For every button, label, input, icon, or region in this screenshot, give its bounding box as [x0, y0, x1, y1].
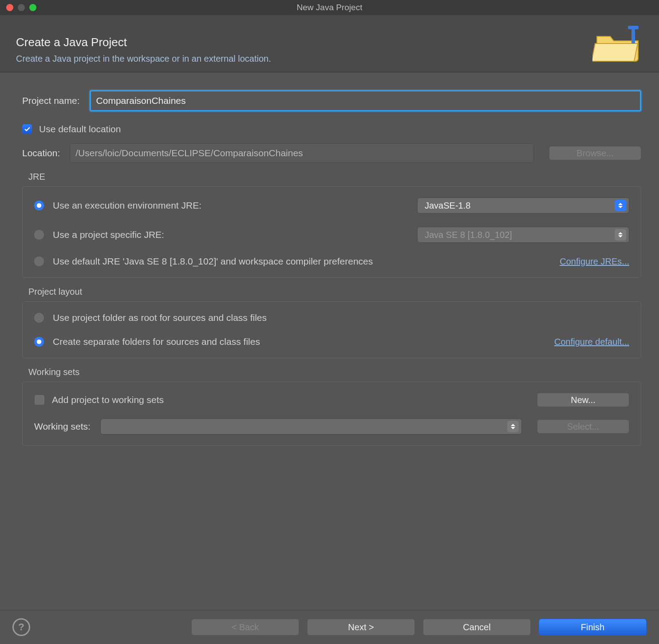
- exec-env-radio[interactable]: [34, 201, 44, 210]
- default-location-checkbox[interactable]: [22, 124, 32, 134]
- add-workingset-label: Add project to working sets: [52, 395, 164, 405]
- layout-separate-radio[interactable]: [34, 337, 44, 347]
- default-location-label: Use default location: [39, 124, 121, 134]
- location-input: [70, 143, 534, 163]
- page-subtitle: Create a Java project in the workspace o…: [16, 54, 271, 64]
- workingsets-group: Add project to working sets New... Worki…: [22, 382, 641, 446]
- svg-rect-0: [631, 28, 635, 43]
- project-jre-radio[interactable]: [34, 230, 44, 240]
- updown-icon: [615, 229, 626, 241]
- exec-env-select-value: JavaSE-1.8: [425, 201, 470, 211]
- titlebar: New Java Project: [0, 0, 659, 15]
- wizard-content: Project name: Use default location Locat…: [0, 72, 659, 610]
- project-folder-icon: [592, 24, 646, 64]
- exec-env-label: Use an execution environment JRE:: [53, 200, 201, 211]
- dialog-window: New Java Project Create a Java Project C…: [0, 0, 659, 644]
- select-workingset-button: Select...: [537, 419, 629, 434]
- back-button: < Back: [191, 619, 299, 636]
- project-name-input[interactable]: [90, 90, 641, 111]
- page-title: Create a Java Project: [16, 36, 271, 49]
- close-window-button[interactable]: [6, 4, 13, 11]
- wizard-footer: ? < Back Next > Cancel Finish: [0, 610, 659, 644]
- updown-icon: [507, 421, 519, 432]
- project-name-label: Project name:: [22, 95, 80, 106]
- zoom-window-button[interactable]: [29, 4, 36, 11]
- layout-root-radio[interactable]: [34, 313, 44, 323]
- next-button[interactable]: Next >: [307, 619, 415, 636]
- svg-rect-1: [628, 26, 639, 29]
- layout-separate-label: Create separate folders for sources and …: [53, 336, 260, 347]
- minimize-window-button[interactable]: [18, 4, 25, 11]
- layout-group: Use project folder as root for sources a…: [22, 301, 641, 358]
- updown-icon: [615, 200, 626, 211]
- workingsets-group-label: Working sets: [28, 367, 641, 377]
- project-jre-select-value: Java SE 8 [1.8.0_102]: [425, 230, 512, 240]
- workingsets-select: [100, 419, 522, 435]
- wizard-header: Create a Java Project Create a Java proj…: [0, 15, 659, 72]
- configure-default-link[interactable]: Configure default...: [554, 337, 629, 347]
- help-icon[interactable]: ?: [12, 618, 30, 636]
- layout-root-label: Use project folder as root for sources a…: [53, 312, 267, 323]
- layout-group-label: Project layout: [28, 287, 641, 297]
- traffic-lights: [6, 4, 36, 11]
- finish-button[interactable]: Finish: [539, 619, 647, 636]
- window-title: New Java Project: [0, 3, 659, 12]
- location-label: Location:: [22, 148, 60, 158]
- jre-group-label: JRE: [28, 172, 641, 182]
- default-jre-radio[interactable]: [34, 257, 44, 266]
- new-workingset-button[interactable]: New...: [537, 393, 629, 407]
- exec-env-select[interactable]: JavaSE-1.8: [417, 198, 629, 213]
- configure-jres-link[interactable]: Configure JREs...: [560, 257, 629, 267]
- project-jre-label: Use a project specific JRE:: [53, 229, 164, 240]
- add-workingset-checkbox[interactable]: [34, 395, 45, 405]
- cancel-button[interactable]: Cancel: [423, 619, 531, 636]
- jre-group: Use an execution environment JRE: JavaSE…: [22, 186, 641, 278]
- project-jre-select: Java SE 8 [1.8.0_102]: [417, 227, 629, 243]
- workingsets-label: Working sets:: [34, 421, 91, 432]
- default-jre-label: Use default JRE 'Java SE 8 [1.8.0_102]' …: [53, 256, 373, 267]
- browse-button: Browse...: [549, 146, 641, 160]
